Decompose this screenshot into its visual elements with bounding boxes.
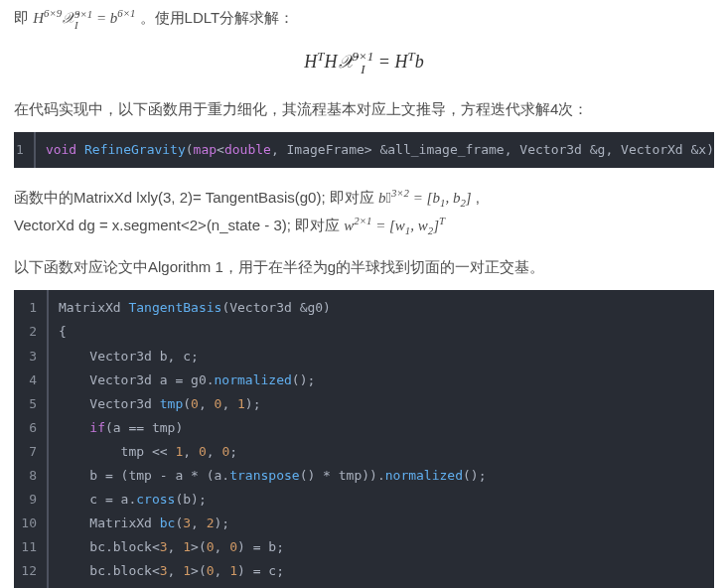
line-number: 12 [14, 559, 48, 583]
p3a-eq: b⃗3×2 = [b1, b2] [378, 190, 472, 206]
line-number: 1 [14, 290, 48, 320]
code-line: Vector3d a = g0.normalized(); [48, 368, 714, 392]
code-line: c = a.cross(b); [48, 488, 714, 512]
para-code-intro: 在代码实现中，以下函数用于重力细化，其流程基本对应上文推导，方程迭代求解4次： [14, 95, 714, 122]
p3b-text: VectorXd dg = x.segment<2>(n_state - 3);… [14, 217, 340, 233]
code-line: return bc; [48, 583, 714, 588]
code-line: if(a == tmp) [48, 416, 714, 440]
line-number: 2 [14, 320, 48, 344]
code-line: MatrixXd bc(3, 2); [48, 512, 714, 535]
line-number: 8 [14, 464, 48, 488]
line-number: 3 [14, 345, 48, 368]
code-line: MatrixXd TangentBasis(Vector3d &g0) [48, 290, 714, 320]
eq-block: HTH𝒳9×1I = HTb [14, 46, 714, 77]
line-number: 13 [14, 583, 48, 588]
article-body: 即 H6×9𝒳9×1I = b6×1 。使用LDLT分解求解： HTH𝒳9×1I… [0, 4, 728, 588]
p3b-eq: w2×1 = [w1, w2]T [344, 218, 445, 233]
p3a-suffix: , [476, 189, 480, 206]
code-line: Vector3d tmp(0, 0, 1); [48, 392, 714, 416]
line-number: 5 [14, 392, 48, 416]
code-line: tmp << 1, 0, 0; [48, 440, 714, 464]
para-matrix-desc: 函数中的MatrixXd lxly(3, 2)= TangentBasis(g0… [14, 184, 714, 239]
line-number: 7 [14, 440, 48, 464]
line-number: 1 [14, 132, 35, 168]
code-line: void RefineGravity(map<double, ImageFram… [35, 132, 714, 168]
p1-inline-eq: H6×9𝒳9×1I = b6×1 [33, 10, 135, 26]
code-line: Vector3d b, c; [48, 345, 714, 368]
line-number: 10 [14, 512, 48, 535]
code-line: bc.block<3, 1>(0, 0) = b; [48, 535, 714, 559]
line-number: 11 [14, 535, 48, 559]
code-block-2: 1MatrixXd TangentBasis(Vector3d &g0)2{3 … [14, 290, 714, 588]
line-number: 9 [14, 488, 48, 512]
para-algorithm-desc: 以下函数对应论文中Algorithm 1，用于在半径为g的半球找到切面的一对正交… [14, 253, 714, 280]
code-line: bc.block<3, 1>(0, 1) = c; [48, 559, 714, 583]
code-line: b = (tmp - a * (a.transpose() * tmp)).no… [48, 464, 714, 488]
line-number: 4 [14, 368, 48, 392]
p1-prefix: 即 [14, 9, 29, 26]
code-line: { [48, 320, 714, 344]
line-number: 6 [14, 416, 48, 440]
p1-suffix: 。使用LDLT分解求解： [140, 9, 295, 26]
code-block-1: 1 void RefineGravity(map<double, ImageFr… [14, 132, 714, 168]
p3a-text: 函数中的MatrixXd lxly(3, 2)= TangentBasis(g0… [14, 189, 374, 206]
para-eq-intro: 即 H6×9𝒳9×1I = b6×1 。使用LDLT分解求解： [14, 4, 714, 32]
